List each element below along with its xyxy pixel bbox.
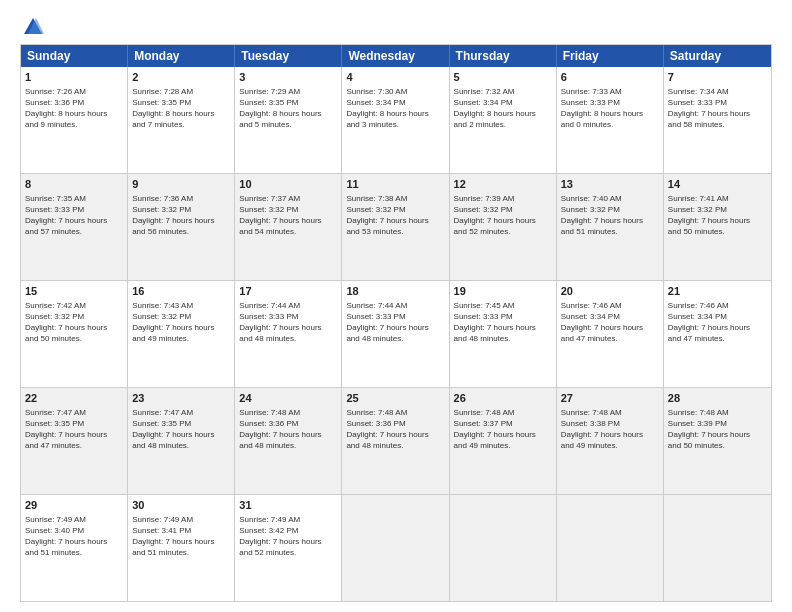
logo-icon bbox=[22, 16, 44, 38]
day-info: Sunrise: 7:48 AMSunset: 3:36 PMDaylight:… bbox=[346, 407, 444, 452]
day-number: 6 bbox=[561, 70, 659, 85]
day-info: Sunrise: 7:47 AMSunset: 3:35 PMDaylight:… bbox=[25, 407, 123, 452]
header-day-wednesday: Wednesday bbox=[342, 45, 449, 67]
day-number: 21 bbox=[668, 284, 767, 299]
day-number: 11 bbox=[346, 177, 444, 192]
day-cell-20: 20Sunrise: 7:46 AMSunset: 3:34 PMDayligh… bbox=[557, 281, 664, 387]
day-number: 10 bbox=[239, 177, 337, 192]
day-info: Sunrise: 7:30 AMSunset: 3:34 PMDaylight:… bbox=[346, 86, 444, 131]
day-number: 2 bbox=[132, 70, 230, 85]
header-day-tuesday: Tuesday bbox=[235, 45, 342, 67]
day-number: 23 bbox=[132, 391, 230, 406]
day-number: 30 bbox=[132, 498, 230, 513]
day-cell-29: 29Sunrise: 7:49 AMSunset: 3:40 PMDayligh… bbox=[21, 495, 128, 601]
day-info: Sunrise: 7:39 AMSunset: 3:32 PMDaylight:… bbox=[454, 193, 552, 238]
day-cell-4: 4Sunrise: 7:30 AMSunset: 3:34 PMDaylight… bbox=[342, 67, 449, 173]
day-number: 9 bbox=[132, 177, 230, 192]
header-day-friday: Friday bbox=[557, 45, 664, 67]
day-cell-9: 9Sunrise: 7:36 AMSunset: 3:32 PMDaylight… bbox=[128, 174, 235, 280]
day-number: 25 bbox=[346, 391, 444, 406]
day-info: Sunrise: 7:43 AMSunset: 3:32 PMDaylight:… bbox=[132, 300, 230, 345]
day-info: Sunrise: 7:33 AMSunset: 3:33 PMDaylight:… bbox=[561, 86, 659, 131]
day-info: Sunrise: 7:48 AMSunset: 3:38 PMDaylight:… bbox=[561, 407, 659, 452]
calendar-header: SundayMondayTuesdayWednesdayThursdayFrid… bbox=[21, 45, 771, 67]
day-info: Sunrise: 7:36 AMSunset: 3:32 PMDaylight:… bbox=[132, 193, 230, 238]
day-info: Sunrise: 7:49 AMSunset: 3:40 PMDaylight:… bbox=[25, 514, 123, 559]
calendar-body: 1Sunrise: 7:26 AMSunset: 3:36 PMDaylight… bbox=[21, 67, 771, 601]
empty-cell bbox=[450, 495, 557, 601]
day-number: 28 bbox=[668, 391, 767, 406]
day-info: Sunrise: 7:48 AMSunset: 3:37 PMDaylight:… bbox=[454, 407, 552, 452]
day-number: 20 bbox=[561, 284, 659, 299]
calendar-row-4: 22Sunrise: 7:47 AMSunset: 3:35 PMDayligh… bbox=[21, 388, 771, 495]
day-number: 3 bbox=[239, 70, 337, 85]
header-day-monday: Monday bbox=[128, 45, 235, 67]
day-number: 7 bbox=[668, 70, 767, 85]
day-number: 17 bbox=[239, 284, 337, 299]
day-cell-6: 6Sunrise: 7:33 AMSunset: 3:33 PMDaylight… bbox=[557, 67, 664, 173]
empty-cell bbox=[342, 495, 449, 601]
page: SundayMondayTuesdayWednesdayThursdayFrid… bbox=[0, 0, 792, 612]
day-info: Sunrise: 7:46 AMSunset: 3:34 PMDaylight:… bbox=[668, 300, 767, 345]
day-number: 15 bbox=[25, 284, 123, 299]
day-info: Sunrise: 7:44 AMSunset: 3:33 PMDaylight:… bbox=[239, 300, 337, 345]
calendar-row-2: 8Sunrise: 7:35 AMSunset: 3:33 PMDaylight… bbox=[21, 174, 771, 281]
day-info: Sunrise: 7:40 AMSunset: 3:32 PMDaylight:… bbox=[561, 193, 659, 238]
day-cell-11: 11Sunrise: 7:38 AMSunset: 3:32 PMDayligh… bbox=[342, 174, 449, 280]
day-number: 22 bbox=[25, 391, 123, 406]
day-number: 4 bbox=[346, 70, 444, 85]
day-info: Sunrise: 7:45 AMSunset: 3:33 PMDaylight:… bbox=[454, 300, 552, 345]
calendar-row-5: 29Sunrise: 7:49 AMSunset: 3:40 PMDayligh… bbox=[21, 495, 771, 601]
day-number: 18 bbox=[346, 284, 444, 299]
day-number: 14 bbox=[668, 177, 767, 192]
day-cell-27: 27Sunrise: 7:48 AMSunset: 3:38 PMDayligh… bbox=[557, 388, 664, 494]
day-number: 26 bbox=[454, 391, 552, 406]
day-cell-13: 13Sunrise: 7:40 AMSunset: 3:32 PMDayligh… bbox=[557, 174, 664, 280]
day-number: 27 bbox=[561, 391, 659, 406]
day-info: Sunrise: 7:49 AMSunset: 3:42 PMDaylight:… bbox=[239, 514, 337, 559]
day-number: 19 bbox=[454, 284, 552, 299]
day-cell-21: 21Sunrise: 7:46 AMSunset: 3:34 PMDayligh… bbox=[664, 281, 771, 387]
day-info: Sunrise: 7:44 AMSunset: 3:33 PMDaylight:… bbox=[346, 300, 444, 345]
day-info: Sunrise: 7:32 AMSunset: 3:34 PMDaylight:… bbox=[454, 86, 552, 131]
day-number: 16 bbox=[132, 284, 230, 299]
day-info: Sunrise: 7:38 AMSunset: 3:32 PMDaylight:… bbox=[346, 193, 444, 238]
header bbox=[20, 16, 772, 38]
calendar: SundayMondayTuesdayWednesdayThursdayFrid… bbox=[20, 44, 772, 602]
day-cell-19: 19Sunrise: 7:45 AMSunset: 3:33 PMDayligh… bbox=[450, 281, 557, 387]
day-number: 5 bbox=[454, 70, 552, 85]
day-cell-28: 28Sunrise: 7:48 AMSunset: 3:39 PMDayligh… bbox=[664, 388, 771, 494]
day-cell-10: 10Sunrise: 7:37 AMSunset: 3:32 PMDayligh… bbox=[235, 174, 342, 280]
calendar-row-3: 15Sunrise: 7:42 AMSunset: 3:32 PMDayligh… bbox=[21, 281, 771, 388]
day-number: 24 bbox=[239, 391, 337, 406]
header-day-saturday: Saturday bbox=[664, 45, 771, 67]
day-cell-25: 25Sunrise: 7:48 AMSunset: 3:36 PMDayligh… bbox=[342, 388, 449, 494]
day-number: 8 bbox=[25, 177, 123, 192]
day-cell-2: 2Sunrise: 7:28 AMSunset: 3:35 PMDaylight… bbox=[128, 67, 235, 173]
day-cell-18: 18Sunrise: 7:44 AMSunset: 3:33 PMDayligh… bbox=[342, 281, 449, 387]
day-cell-16: 16Sunrise: 7:43 AMSunset: 3:32 PMDayligh… bbox=[128, 281, 235, 387]
day-number: 31 bbox=[239, 498, 337, 513]
day-cell-14: 14Sunrise: 7:41 AMSunset: 3:32 PMDayligh… bbox=[664, 174, 771, 280]
day-cell-22: 22Sunrise: 7:47 AMSunset: 3:35 PMDayligh… bbox=[21, 388, 128, 494]
day-info: Sunrise: 7:48 AMSunset: 3:39 PMDaylight:… bbox=[668, 407, 767, 452]
day-info: Sunrise: 7:48 AMSunset: 3:36 PMDaylight:… bbox=[239, 407, 337, 452]
day-number: 1 bbox=[25, 70, 123, 85]
day-info: Sunrise: 7:28 AMSunset: 3:35 PMDaylight:… bbox=[132, 86, 230, 131]
day-number: 13 bbox=[561, 177, 659, 192]
header-day-sunday: Sunday bbox=[21, 45, 128, 67]
day-number: 12 bbox=[454, 177, 552, 192]
day-cell-23: 23Sunrise: 7:47 AMSunset: 3:35 PMDayligh… bbox=[128, 388, 235, 494]
day-cell-3: 3Sunrise: 7:29 AMSunset: 3:35 PMDaylight… bbox=[235, 67, 342, 173]
day-info: Sunrise: 7:46 AMSunset: 3:34 PMDaylight:… bbox=[561, 300, 659, 345]
day-cell-31: 31Sunrise: 7:49 AMSunset: 3:42 PMDayligh… bbox=[235, 495, 342, 601]
day-info: Sunrise: 7:42 AMSunset: 3:32 PMDaylight:… bbox=[25, 300, 123, 345]
header-day-thursday: Thursday bbox=[450, 45, 557, 67]
calendar-row-1: 1Sunrise: 7:26 AMSunset: 3:36 PMDaylight… bbox=[21, 67, 771, 174]
day-cell-1: 1Sunrise: 7:26 AMSunset: 3:36 PMDaylight… bbox=[21, 67, 128, 173]
day-cell-5: 5Sunrise: 7:32 AMSunset: 3:34 PMDaylight… bbox=[450, 67, 557, 173]
logo bbox=[20, 16, 44, 38]
empty-cell bbox=[557, 495, 664, 601]
day-info: Sunrise: 7:49 AMSunset: 3:41 PMDaylight:… bbox=[132, 514, 230, 559]
day-cell-30: 30Sunrise: 7:49 AMSunset: 3:41 PMDayligh… bbox=[128, 495, 235, 601]
